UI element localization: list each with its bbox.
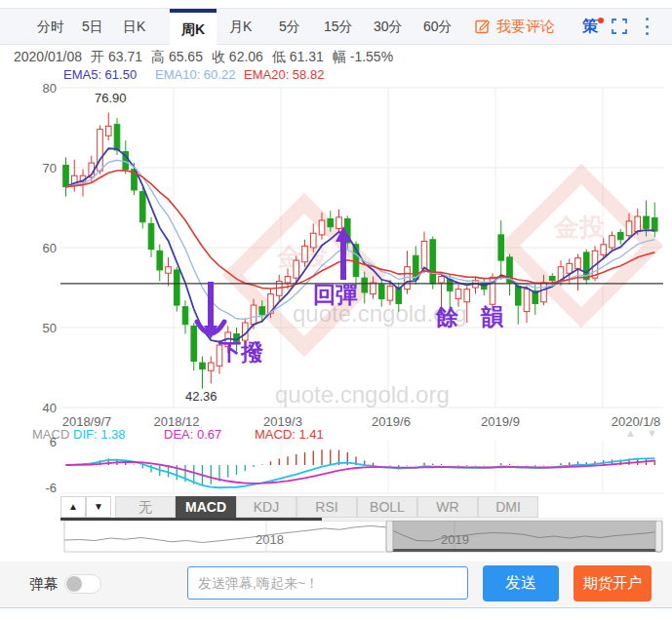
high-price-label: 76.90 bbox=[95, 91, 127, 105]
candle-68 bbox=[644, 216, 650, 228]
indicator-tab-strip: ▲▼无MACDKDJRSIBOLLWRDMI bbox=[60, 496, 663, 518]
indicator-tab-无[interactable]: 无 bbox=[115, 496, 176, 518]
candle-51 bbox=[498, 235, 504, 260]
futures-chart-widget: 分时5日日K周K月K5分15分30分60分 我要评论 策 2020/01/08开… bbox=[0, 0, 672, 620]
candle-22 bbox=[251, 305, 257, 325]
candle-32 bbox=[336, 217, 342, 228]
candle-28 bbox=[302, 246, 308, 261]
danmaku-input[interactable] bbox=[187, 566, 468, 600]
indicator-tab-MACD[interactable]: MACD bbox=[176, 496, 236, 518]
candle-26 bbox=[285, 277, 291, 284]
candle-63 bbox=[601, 245, 607, 255]
danmaku-toggle[interactable] bbox=[64, 574, 101, 594]
indicator-tab-WR[interactable]: WR bbox=[417, 496, 478, 518]
candle-69 bbox=[652, 218, 657, 232]
macd-tick-neg6: -6 bbox=[23, 481, 57, 495]
candle-30 bbox=[319, 220, 325, 235]
annotation-text-2: 餘 韻 bbox=[436, 306, 503, 329]
candle-44 bbox=[439, 277, 445, 284]
toggle-knob bbox=[66, 576, 82, 592]
indicator-scrollbar-track bbox=[60, 518, 663, 521]
candle-53 bbox=[515, 286, 521, 305]
candle-42 bbox=[421, 241, 427, 268]
candle-67 bbox=[635, 216, 641, 232]
candle-14 bbox=[182, 307, 188, 325]
panel-collapse-down-icon[interactable]: ▼ bbox=[647, 427, 657, 439]
indicator-scroll-up[interactable]: ▲ bbox=[60, 496, 86, 518]
indicator-tab-BOLL[interactable]: BOLL bbox=[357, 496, 417, 518]
navigator-handle-left[interactable] bbox=[386, 521, 393, 552]
candle-6 bbox=[114, 125, 120, 150]
candle-27 bbox=[294, 260, 299, 278]
candle-23 bbox=[259, 307, 265, 315]
annotation-text-0: 下撥 bbox=[218, 341, 263, 364]
candle-60 bbox=[575, 258, 581, 269]
low-price-label: 42.36 bbox=[185, 389, 217, 404]
navigator-year-2018: 2018 bbox=[256, 532, 284, 547]
candle-57 bbox=[549, 277, 555, 281]
dif-line bbox=[66, 458, 655, 487]
indicator-tab-DMI[interactable]: DMI bbox=[478, 496, 538, 518]
candle-65 bbox=[617, 232, 623, 239]
candle-66 bbox=[626, 221, 632, 236]
indicator-tab-RSI[interactable]: RSI bbox=[296, 496, 357, 518]
danmaku-bar: 弹幕 发送 期货开户 bbox=[0, 562, 672, 606]
candle-12 bbox=[166, 267, 172, 274]
candle-16 bbox=[200, 363, 206, 369]
candle-56 bbox=[541, 283, 547, 302]
candle-43 bbox=[430, 240, 436, 284]
candle-11 bbox=[157, 251, 163, 270]
candle-37 bbox=[378, 285, 384, 299]
svg-text:金投: 金投 bbox=[553, 213, 605, 242]
candle-13 bbox=[174, 270, 179, 305]
candle-54 bbox=[524, 290, 530, 312]
candle-15 bbox=[191, 326, 197, 361]
candle-10 bbox=[148, 223, 154, 249]
annotation-arrow-down bbox=[197, 282, 224, 339]
macd-tick-6: 6 bbox=[23, 435, 57, 449]
macd-plot bbox=[66, 449, 655, 487]
indicator-tab-KDJ[interactable]: KDJ bbox=[236, 496, 296, 518]
candle-46 bbox=[455, 290, 461, 299]
navigator-window[interactable] bbox=[390, 521, 658, 552]
navigator-handle-right[interactable] bbox=[655, 521, 662, 552]
candle-59 bbox=[567, 263, 573, 273]
watermark: 金投金投quote.cngold.orgquote.cngold.org bbox=[232, 174, 652, 407]
open-account-button[interactable]: 期货开户 bbox=[573, 565, 652, 601]
candle-64 bbox=[610, 236, 615, 248]
macd-label-row: MACD DIF: 1.38 DEA: 0.67 MACD: 1.41 ▲ ▼ bbox=[0, 427, 672, 443]
candle-31 bbox=[328, 218, 334, 226]
indicator-scrollbar-thumb[interactable] bbox=[60, 518, 322, 521]
candle-29 bbox=[310, 233, 316, 248]
svg-text:quote.cngold.org: quote.cngold.org bbox=[275, 381, 450, 407]
macd-dif-value: DIF: 1.38 bbox=[73, 427, 125, 442]
macd-hist-value: MACD: 1.41 bbox=[255, 427, 324, 442]
candle-17 bbox=[208, 363, 214, 370]
candle-5 bbox=[105, 126, 111, 136]
bottom-divider bbox=[0, 607, 672, 608]
candle-9 bbox=[139, 192, 145, 222]
candle-35 bbox=[362, 278, 368, 292]
danmaku-label: 弹幕 bbox=[29, 575, 59, 594]
macd-dea-value: DEA: 0.67 bbox=[164, 427, 221, 442]
candle-0 bbox=[63, 166, 69, 187]
indicator-scroll-down[interactable]: ▼ bbox=[86, 496, 111, 518]
panel-collapse-up-icon[interactable]: ▲ bbox=[625, 427, 636, 439]
navigator-year-2019: 2019 bbox=[441, 532, 469, 547]
candle-38 bbox=[387, 286, 393, 300]
candle-47 bbox=[464, 290, 470, 302]
candle-36 bbox=[371, 283, 376, 293]
annotation-text-1: 回彈 bbox=[313, 284, 358, 306]
send-button[interactable]: 发送 bbox=[483, 565, 559, 601]
